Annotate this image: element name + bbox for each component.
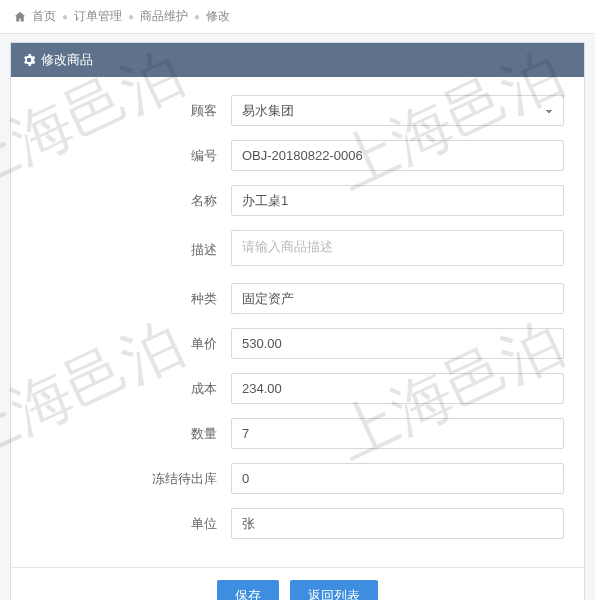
home-icon <box>14 11 26 23</box>
gear-icon <box>23 54 35 66</box>
breadcrumb-item-orders[interactable]: 订单管理 <box>74 8 122 25</box>
breadcrumb-home[interactable]: 首页 <box>32 8 56 25</box>
breadcrumb-sep-icon: ● <box>194 11 200 22</box>
row-cost: 成本 <box>31 373 564 404</box>
customer-select[interactable]: 易水集团 <box>231 95 564 126</box>
row-name: 名称 <box>31 185 564 216</box>
back-button[interactable]: 返回列表 <box>290 580 378 600</box>
label-unit: 单位 <box>31 515 231 533</box>
label-category: 种类 <box>31 290 231 308</box>
name-input[interactable] <box>231 185 564 216</box>
panel-footer: 保存 返回列表 <box>11 567 584 600</box>
frozen-input[interactable] <box>231 463 564 494</box>
label-qty: 数量 <box>31 425 231 443</box>
form-body: 顾客 易水集团 编号 名称 描述 种类 <box>11 77 584 557</box>
row-category: 种类 <box>31 283 564 314</box>
unit-input[interactable] <box>231 508 564 539</box>
panel-title: 修改商品 <box>41 51 93 69</box>
qty-input[interactable] <box>231 418 564 449</box>
label-code: 编号 <box>31 147 231 165</box>
breadcrumb-item-edit: 修改 <box>206 8 230 25</box>
panel-header: 修改商品 <box>11 43 584 77</box>
edit-panel: 修改商品 顾客 易水集团 编号 名称 描述 <box>10 42 585 600</box>
row-frozen: 冻结待出库 <box>31 463 564 494</box>
cost-input[interactable] <box>231 373 564 404</box>
desc-textarea[interactable] <box>231 230 564 266</box>
category-input[interactable] <box>231 283 564 314</box>
label-frozen: 冻结待出库 <box>31 470 231 488</box>
label-desc: 描述 <box>31 241 231 259</box>
price-input[interactable] <box>231 328 564 359</box>
breadcrumb-sep-icon: ● <box>62 11 68 22</box>
breadcrumb-sep-icon: ● <box>128 11 134 22</box>
label-cost: 成本 <box>31 380 231 398</box>
row-qty: 数量 <box>31 418 564 449</box>
row-unit: 单位 <box>31 508 564 539</box>
row-price: 单价 <box>31 328 564 359</box>
label-price: 单价 <box>31 335 231 353</box>
row-desc: 描述 <box>31 230 564 269</box>
row-customer: 顾客 易水集团 <box>31 95 564 126</box>
save-button[interactable]: 保存 <box>217 580 279 600</box>
code-input[interactable] <box>231 140 564 171</box>
breadcrumb-item-product[interactable]: 商品维护 <box>140 8 188 25</box>
row-code: 编号 <box>31 140 564 171</box>
label-customer: 顾客 <box>31 102 231 120</box>
breadcrumb: 首页 ● 订单管理 ● 商品维护 ● 修改 <box>0 0 595 34</box>
label-name: 名称 <box>31 192 231 210</box>
